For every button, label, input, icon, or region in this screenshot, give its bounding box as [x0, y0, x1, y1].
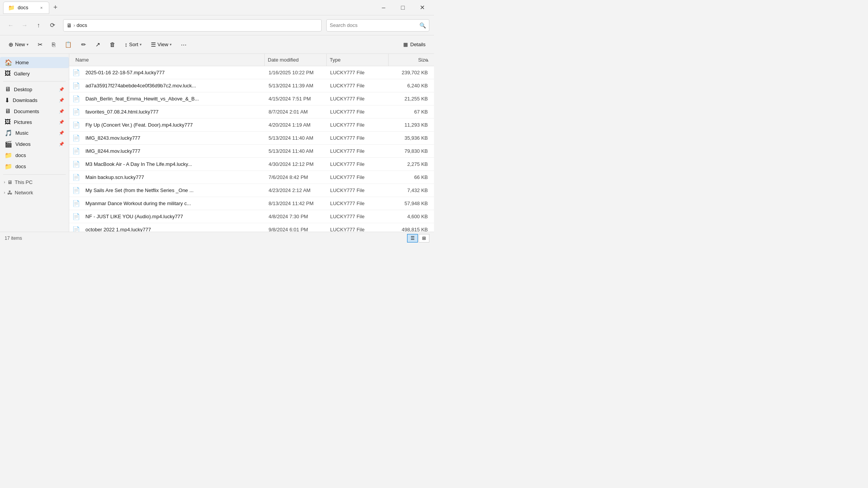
sort-button[interactable]: ↕ Sort ▾ [121, 38, 145, 51]
file-name: NF - JUST LIKE YOU (Audio).mp4.lucky777 [82, 214, 265, 219]
status-bar: 17 items ☰ ⊞ [0, 232, 434, 244]
file-size: 67 KB [389, 109, 431, 115]
file-type: LUCKY777 File [327, 83, 389, 89]
file-date: 4/8/2024 7:30 PM [265, 214, 327, 219]
close-window-button[interactable]: ✕ [413, 2, 431, 14]
sidebar-item-docs1[interactable]: 📁 docs [0, 150, 69, 161]
file-date: 5/13/2024 11:40 AM [265, 135, 327, 141]
table-row[interactable]: 📄favorites_07.08.24.html.lucky7778/7/202… [69, 105, 434, 119]
forward-button[interactable]: → [18, 19, 31, 32]
file-type-icon: 📄 [72, 95, 80, 102]
details-button[interactable]: ▦ Details [399, 38, 429, 51]
file-name: october 2022 1.mp4.lucky777 [82, 227, 265, 232]
tab-close-button[interactable]: × [39, 5, 44, 11]
file-name: ad7a35917f274abebde4ce0f36d9b7c2.mov.luc… [82, 83, 265, 89]
breadcrumb[interactable]: 🖥 › docs [63, 19, 322, 32]
file-type: LUCKY777 File [327, 214, 389, 219]
sidebar-item-pictures[interactable]: 🖼 Pictures 📌 [0, 117, 69, 127]
new-icon: ⊕ [8, 41, 13, 48]
name-column-header[interactable]: Name [72, 57, 264, 63]
pictures-icon: 🖼 [5, 119, 11, 125]
file-name: IMG_8244.mov.lucky777 [82, 148, 265, 154]
table-row[interactable]: 📄IMG_8243.mov.lucky7775/13/2024 11:40 AM… [69, 132, 434, 145]
date-column-header[interactable]: Date modified [265, 57, 326, 63]
sidebar-item-videos[interactable]: 🎬 Videos 📌 [0, 139, 69, 150]
file-date: 8/13/2024 11:42 PM [265, 201, 327, 206]
file-type: LUCKY777 File [327, 174, 389, 180]
file-type-icon: 📄 [72, 147, 80, 155]
maximize-button[interactable]: □ [394, 2, 412, 14]
delete-button[interactable]: 🗑 [106, 38, 119, 51]
icon-view-button[interactable]: ⊞ [419, 234, 429, 242]
new-button[interactable]: ⊕ New ▾ [5, 38, 32, 51]
sidebar-item-documents[interactable]: 🖥 Documents 📌 [0, 106, 69, 117]
file-date: 4/23/2024 2:12 AM [265, 187, 327, 193]
header-collapse-icon[interactable]: ▲ [426, 58, 429, 62]
file-type: LUCKY777 File [327, 161, 389, 167]
type-column-header[interactable]: Type [327, 57, 388, 63]
sidebar: 🏠 Home 🖼 Gallery 🖥 Desktop 📌 ⬇ Downloads… [0, 54, 69, 232]
sidebar-item-downloads[interactable]: ⬇ Downloads 📌 [0, 95, 69, 106]
rename-button[interactable]: ✏ [77, 38, 90, 51]
table-row[interactable]: 📄My Sails Are Set (from the Netflix Seri… [69, 184, 434, 197]
table-row[interactable]: 📄NF - JUST LIKE YOU (Audio).mp4.lucky777… [69, 210, 434, 223]
table-row[interactable]: 📄ad7a35917f274abebde4ce0f36d9b7c2.mov.lu… [69, 79, 434, 92]
pictures-pin-icon: 📌 [59, 120, 64, 125]
file-date: 4/15/2024 7:51 PM [265, 96, 327, 102]
back-button[interactable]: ← [5, 19, 17, 32]
paste-button[interactable]: 📋 [61, 38, 76, 51]
desktop-pin-icon: 📌 [59, 87, 64, 92]
file-type: LUCKY777 File [327, 109, 389, 115]
cut-button[interactable]: ✂ [34, 38, 47, 51]
add-tab-button[interactable]: + [49, 2, 62, 14]
sidebar-item-music[interactable]: 🎵 Music 📌 [0, 127, 69, 139]
file-size: 11,293 KB [389, 122, 431, 128]
size-column-header[interactable]: Size [389, 57, 431, 63]
table-row[interactable]: 📄Myanmar Dance Workout during the milita… [69, 197, 434, 210]
table-row[interactable]: 📄october 2022 1.mp4.lucky7779/8/2024 6:0… [69, 223, 434, 232]
rename-icon: ✏ [81, 41, 86, 48]
search-icon[interactable]: 🔍 [419, 22, 426, 28]
detail-view-button[interactable]: ☰ [407, 234, 418, 242]
file-type: LUCKY777 File [327, 201, 389, 206]
refresh-button[interactable]: ⟳ [46, 19, 58, 32]
up-button[interactable]: ↑ [32, 19, 45, 32]
table-row[interactable]: 📄Dash_Berlin_feat_Emma_Hewitt_vs_Above_&… [69, 92, 434, 105]
minimize-button[interactable]: – [375, 2, 392, 14]
sidebar-item-docs2[interactable]: 📁 docs [0, 161, 69, 172]
current-tab[interactable]: 📁 docs × [3, 2, 49, 14]
table-row[interactable]: 📄2025-01-16 22-18-57.mp4.lucky7771/16/20… [69, 66, 434, 79]
sidebar-item-network[interactable]: › 🖧 Network [0, 187, 69, 198]
sidebar-item-desktop[interactable]: 🖥 Desktop 📌 [0, 84, 69, 95]
new-dropdown-arrow: ▾ [27, 42, 28, 47]
sidebar-divider-2 [3, 174, 66, 175]
downloads-label: Downloads [13, 97, 56, 103]
pc-icon: 🖥 [67, 22, 72, 28]
desktop-icon: 🖥 [5, 86, 11, 93]
window-controls: – □ ✕ [375, 2, 431, 14]
copy-button[interactable]: ⎘ [48, 38, 59, 51]
file-size: 4,600 KB [389, 214, 431, 219]
table-row[interactable]: 📄M3 MacBook Air - A Day In The Life.mp4.… [69, 158, 434, 171]
table-row[interactable]: 📄IMG_8244.mov.lucky7775/13/2024 11:40 AM… [69, 145, 434, 158]
share-button[interactable]: ↗ [92, 38, 104, 51]
file-name: IMG_8243.mov.lucky777 [82, 135, 265, 141]
share-icon: ↗ [95, 41, 100, 48]
this-pc-expand-icon: › [4, 180, 5, 184]
sidebar-item-this-pc[interactable]: › 🖥 This PC [0, 177, 69, 187]
file-date: 1/16/2025 10:22 PM [265, 70, 327, 75]
main-content: 🏠 Home 🖼 Gallery 🖥 Desktop 📌 ⬇ Downloads… [0, 54, 434, 232]
table-row[interactable]: 📄Main backup.scn.lucky7777/6/2024 8:42 P… [69, 171, 434, 184]
view-toggle-buttons: ☰ ⊞ [407, 234, 429, 242]
tab-label: docs [18, 5, 28, 10]
sidebar-item-gallery[interactable]: 🖼 Gallery [0, 68, 69, 79]
search-box[interactable]: 🔍 [326, 19, 429, 32]
file-size: 7,432 KB [389, 187, 431, 193]
network-icon: 🖧 [7, 190, 12, 196]
more-button[interactable]: ⋯ [177, 38, 190, 51]
sidebar-item-home[interactable]: 🏠 Home [0, 57, 69, 68]
search-input[interactable] [330, 22, 417, 28]
table-row[interactable]: 📄Fly Up (Concert Ver.) (Feat. Door).mp4.… [69, 119, 434, 132]
network-label: Network [15, 190, 33, 196]
view-button[interactable]: ☰ View ▾ [147, 38, 175, 51]
